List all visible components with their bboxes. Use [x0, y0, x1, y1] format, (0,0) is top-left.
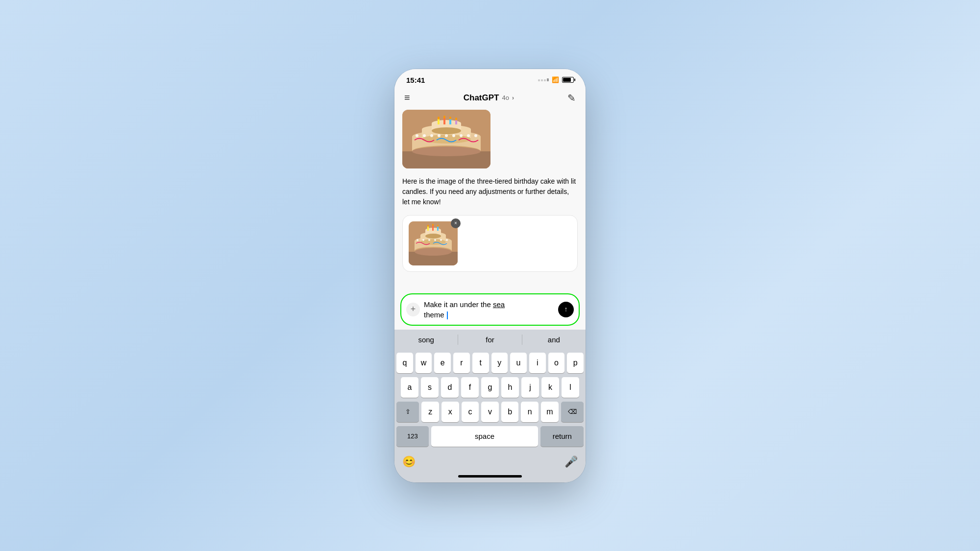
svg-point-38	[425, 234, 441, 239]
edit-icon[interactable]: ✎	[567, 92, 576, 104]
key-y[interactable]: y	[491, 353, 508, 373]
svg-point-48	[434, 239, 436, 241]
key-k[interactable]: k	[541, 377, 559, 398]
keyboard-row-1: q w e r t y u i o p	[396, 353, 584, 373]
keyboard-accessories: 😊 🎤	[394, 453, 586, 472]
key-e[interactable]: e	[434, 353, 451, 373]
text-cursor	[447, 311, 448, 319]
svg-point-26	[474, 134, 477, 137]
hamburger-icon[interactable]: ≡	[404, 92, 410, 103]
key-h[interactable]: h	[501, 377, 519, 398]
predictive-word-2[interactable]: for	[458, 335, 521, 345]
return-key[interactable]: return	[540, 426, 584, 447]
key-d[interactable]: d	[441, 377, 459, 398]
ai-cake-image	[402, 110, 490, 168]
chevron-icon: ›	[512, 95, 514, 101]
svg-rect-11	[443, 118, 445, 124]
svg-point-14	[438, 117, 440, 120]
status-bar: 15:41 📶	[394, 69, 586, 88]
svg-point-45	[416, 239, 418, 241]
svg-point-52	[415, 248, 452, 256]
space-key[interactable]: space	[431, 426, 539, 447]
keyboard: q w e r t y u i o p a s d f g h j k l ⇧ …	[394, 349, 586, 453]
key-z[interactable]: z	[421, 402, 439, 422]
edit-block: ×	[402, 215, 578, 272]
input-text[interactable]: Make it an under the sea theme	[424, 299, 554, 320]
predictive-bar: song for and	[394, 330, 586, 349]
key-g[interactable]: g	[481, 377, 499, 398]
key-m[interactable]: m	[541, 402, 559, 422]
key-v[interactable]: v	[481, 402, 499, 422]
close-image-button[interactable]: ×	[451, 218, 461, 228]
mic-button[interactable]: 🎤	[564, 455, 578, 468]
svg-point-21	[438, 134, 441, 137]
key-u[interactable]: u	[510, 353, 527, 373]
key-i[interactable]: i	[529, 353, 546, 373]
chat-area: Here is the image of the three-tiered bi…	[394, 110, 586, 330]
nav-title: ChatGPT 4o ›	[464, 93, 514, 103]
key-q[interactable]: q	[396, 353, 413, 373]
key-p[interactable]: p	[567, 353, 584, 373]
emoji-button[interactable]: 😊	[402, 455, 416, 468]
ai-text-response: Here is the image of the three-tiered bi…	[402, 174, 578, 209]
model-badge: 4o	[502, 94, 509, 101]
key-f[interactable]: f	[461, 377, 479, 398]
status-time: 15:41	[406, 76, 425, 84]
predictive-word-3[interactable]: and	[522, 335, 586, 345]
svg-point-49	[440, 239, 442, 241]
key-r[interactable]: r	[453, 353, 470, 373]
key-s[interactable]: s	[421, 377, 439, 398]
svg-point-28	[412, 146, 481, 156]
svg-point-25	[467, 134, 470, 137]
svg-point-24	[460, 134, 463, 137]
svg-point-44	[437, 225, 439, 227]
svg-point-23	[452, 134, 455, 137]
key-t[interactable]: t	[472, 353, 489, 373]
signal-icon	[538, 78, 549, 81]
sea-word: sea	[493, 300, 505, 309]
keyboard-row-4: 123 space return	[396, 426, 584, 447]
app-name: ChatGPT	[464, 93, 499, 103]
key-o[interactable]: o	[548, 353, 565, 373]
num-key[interactable]: 123	[396, 426, 429, 447]
svg-point-47	[428, 239, 430, 241]
svg-point-15	[443, 116, 445, 119]
shift-key[interactable]: ⇧	[396, 402, 419, 422]
ai-image-container	[402, 110, 578, 168]
home-indicator	[458, 475, 522, 478]
predictive-word-1[interactable]: song	[394, 335, 458, 345]
keyboard-row-3: ⇧ z x c v b n m ⌫	[396, 402, 584, 422]
backspace-key[interactable]: ⌫	[561, 402, 584, 422]
svg-rect-41	[437, 226, 439, 231]
svg-point-17	[455, 118, 457, 120]
svg-point-50	[446, 239, 448, 241]
home-indicator-bar	[394, 472, 586, 482]
nav-bar: ≡ ChatGPT 4o › ✎	[394, 88, 586, 110]
svg-point-43	[432, 224, 434, 226]
battery-icon	[562, 77, 574, 83]
key-c[interactable]: c	[462, 402, 479, 422]
svg-rect-39	[427, 226, 429, 231]
edit-image	[409, 221, 458, 265]
svg-point-19	[423, 134, 426, 137]
key-j[interactable]: j	[521, 377, 539, 398]
send-icon: ↑	[564, 305, 568, 313]
svg-rect-40	[432, 225, 434, 231]
plus-button[interactable]: +	[406, 303, 420, 316]
status-icons: 📶	[538, 76, 574, 83]
input-area: + Make it an under the sea theme ↑	[394, 289, 586, 330]
chat-scroll: Here is the image of the three-tiered bi…	[394, 110, 586, 289]
svg-point-16	[449, 117, 451, 120]
key-x[interactable]: x	[441, 402, 459, 422]
phone-frame: 15:41 📶 ≡ ChatGPT 4o › ✎	[394, 69, 586, 482]
svg-point-9	[432, 127, 461, 134]
key-b[interactable]: b	[501, 402, 519, 422]
key-a[interactable]: a	[401, 377, 418, 398]
svg-point-46	[422, 239, 424, 241]
wifi-icon: 📶	[552, 76, 559, 83]
key-l[interactable]: l	[562, 377, 579, 398]
key-w[interactable]: w	[416, 353, 432, 373]
key-n[interactable]: n	[521, 402, 539, 422]
svg-point-20	[430, 134, 433, 137]
send-button[interactable]: ↑	[558, 302, 574, 317]
